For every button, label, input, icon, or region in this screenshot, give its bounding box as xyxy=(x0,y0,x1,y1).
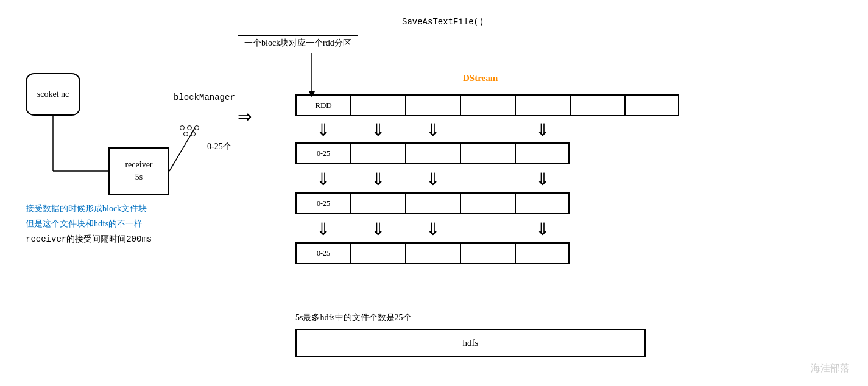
dots-row-2 xyxy=(183,132,196,136)
down-arrow: ⇓ xyxy=(350,219,405,239)
dot xyxy=(191,132,196,136)
data-cell-2-1 xyxy=(405,142,460,164)
down-arrow: ⇓ xyxy=(515,120,570,140)
data-cell-1-1 xyxy=(350,142,405,164)
data-cell-3-3 xyxy=(460,242,515,264)
data-cell-2-3 xyxy=(405,242,460,264)
arrows-row-3: ⇓ ⇓ ⇓ ⇓ xyxy=(295,219,570,239)
count-label: 0-25个 xyxy=(207,141,231,152)
data-cell-3-1 xyxy=(460,142,515,164)
diagram-container: scoket nc receiver5s blockManager 0-25个 … xyxy=(0,0,868,386)
save-as-textfile-label: SaveAsTextFile() xyxy=(402,17,484,27)
receiver-box: receiver5s xyxy=(108,147,169,195)
down-arrow: ⇓ xyxy=(295,219,350,239)
receiver-label: receiver5s xyxy=(125,159,152,183)
data-cell-1-3 xyxy=(350,242,405,264)
dstream-label: DStream xyxy=(463,73,498,83)
dots-area xyxy=(180,125,199,136)
down-arrow: ⇓ xyxy=(350,169,405,189)
down-arrow: ⇓ xyxy=(405,169,460,189)
rdd-cell-2 xyxy=(405,94,460,116)
down-arrow: ⇓ xyxy=(405,120,460,140)
dots-row-1 xyxy=(180,125,199,130)
data-cell-4-3 xyxy=(515,242,570,264)
dot xyxy=(194,125,199,130)
desc-line-2: 但是这个文件块和hdfs的不一样 xyxy=(26,216,152,231)
data-cell-1-2 xyxy=(350,192,405,214)
socket-box: scoket nc xyxy=(26,73,80,116)
data-cell-0-25-2: 0-25 xyxy=(295,192,350,214)
rdd-cell-5 xyxy=(570,94,624,116)
down-arrow: ⇓ xyxy=(405,219,460,239)
desc-line-3: receiver的接受间隔时间200ms xyxy=(26,231,152,247)
watermark: 海洼部落 xyxy=(811,362,850,375)
block-manager-arrow: ⇒ xyxy=(238,107,252,127)
data-cell-0-25-1: 0-25 xyxy=(295,142,350,164)
data-cell-2-2 xyxy=(405,192,460,214)
desc-line-1: 接受数据的时候形成block文件块 xyxy=(26,201,152,216)
socket-label: scoket nc xyxy=(37,88,69,100)
down-arrow: ⇓ xyxy=(515,219,570,239)
rdd-cell-3 xyxy=(460,94,515,116)
down-arrow: ⇓ xyxy=(515,169,570,189)
dot xyxy=(183,132,188,136)
hdfs-box: hdfs xyxy=(295,329,646,357)
down-arrow: ⇓ xyxy=(295,169,350,189)
rdd-cell-1 xyxy=(350,94,405,116)
rdd-row: RDD xyxy=(295,94,679,116)
down-arrow: ⇓ xyxy=(350,120,405,140)
data-cell-4-2 xyxy=(515,192,570,214)
balloon-label: 一个block块对应一个rdd分区 xyxy=(238,35,358,51)
bottom-note: 5s最多hdfs中的文件个数是25个 xyxy=(295,312,412,323)
data-row-2: 0-25 xyxy=(295,192,570,214)
rdd-cell-4 xyxy=(515,94,570,116)
dot xyxy=(180,125,185,130)
arrows-row-1: ⇓ ⇓ ⇓ ⇓ xyxy=(295,120,570,140)
down-arrow: ⇓ xyxy=(295,120,350,140)
data-row-1: 0-25 xyxy=(295,142,570,164)
description-text: 接受数据的时候形成block文件块 但是这个文件块和hdfs的不一样 recei… xyxy=(26,201,152,248)
data-cell-0-25-3: 0-25 xyxy=(295,242,350,264)
block-manager-label: blockManager xyxy=(174,93,235,102)
dot xyxy=(187,125,192,130)
data-cell-3-2 xyxy=(460,192,515,214)
rdd-cell-6 xyxy=(624,94,679,116)
data-cell-4-1 xyxy=(515,142,570,164)
data-row-3: 0-25 xyxy=(295,242,570,264)
arrows-row-2: ⇓ ⇓ ⇓ ⇓ xyxy=(295,169,570,189)
rdd-cell-0: RDD xyxy=(295,94,350,116)
hdfs-label: hdfs xyxy=(463,338,479,348)
